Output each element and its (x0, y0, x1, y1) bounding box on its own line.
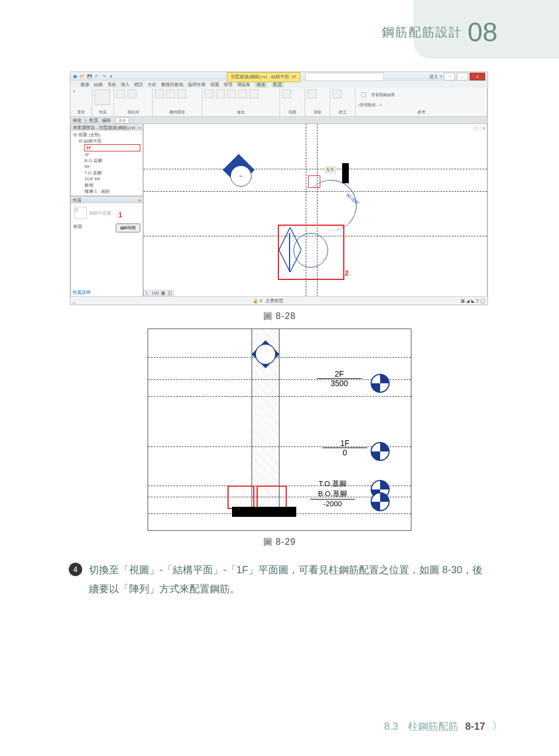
tree-item-toprf[interactable]: TOP RF (84, 176, 140, 182)
status-icons-left[interactable]: 🔒 0 (253, 298, 262, 303)
edit-type-button[interactable]: 編輯類型 (116, 224, 140, 232)
properties-help-link[interactable]: 性質說明 (73, 290, 91, 295)
cat-label: 範圍 (73, 224, 82, 232)
rotate-icon[interactable] (216, 89, 225, 98)
scale-display[interactable]: 1 : 100 (145, 291, 159, 296)
tree-item-to[interactable]: T.O.基腳 (84, 170, 140, 176)
tree-item-rf[interactable]: RF (84, 164, 140, 170)
minimize-button[interactable]: − (444, 73, 455, 80)
ribbon-group-create: 建立 (330, 88, 356, 116)
close-button[interactable]: × (470, 73, 485, 80)
continue-arrow-icon: 〉 (492, 719, 503, 734)
properties-icon[interactable] (94, 89, 110, 105)
view-nav-icons[interactable]: ▢ ⌂ ▾ (473, 126, 485, 131)
maximize-button[interactable]: ▫ (457, 73, 468, 80)
cope-icon[interactable] (155, 89, 164, 98)
tab-sys[interactable]: 系統 (107, 82, 116, 88)
help-icon[interactable]: ? (440, 74, 442, 79)
tab-collab[interactable]: 協同作業 (188, 82, 206, 88)
tab-place[interactable]: 配置 (272, 82, 284, 88)
ribbon-group-reference: 查看隱藏線圖 <新增數個…> 參考 (356, 88, 487, 116)
login-link[interactable]: 登入 (429, 74, 438, 80)
move-icon[interactable] (205, 89, 214, 98)
help-search-input[interactable] (305, 73, 384, 81)
svg-point-2 (255, 344, 276, 364)
detail-level-icon[interactable]: ▦ (161, 291, 165, 296)
drawing-canvas[interactable]: ▢ ⌂ ▾ − 配置 90.000° 2 (143, 123, 487, 297)
status-filter-icons[interactable]: ▦ ◢ ◣ ▽ ◯ (461, 298, 485, 303)
copy-icon[interactable] (127, 89, 136, 98)
tab-addins[interactable]: 增益集 (237, 82, 250, 88)
view-icon1[interactable] (282, 89, 291, 98)
panel-close-icon[interactable]: × (138, 198, 141, 203)
cut-icon[interactable] (166, 89, 175, 98)
pointer-icon[interactable]: ↖ (73, 89, 76, 94)
chapter-number: 08 (468, 17, 498, 47)
array-icon[interactable] (238, 89, 247, 98)
rebar-highlight-left (228, 486, 254, 509)
panel-close-icon[interactable]: × (138, 125, 141, 130)
ribbon-group-modify: 修改 (202, 88, 280, 116)
page-header: 鋼筋配筋設計 08 (382, 17, 498, 47)
figure-8-29-caption: 圖 8-29 (0, 536, 559, 548)
tab-mass[interactable]: 量體與敷地 (161, 82, 183, 88)
hidden-line-checkbox[interactable] (361, 92, 366, 97)
tree-item-1f[interactable]: 1F (84, 144, 140, 151)
step-4-text: 切換至「視圖」-「結構平面」-「1F」平面圖，可看見柱鋼筋配置之位置，如圖 8-… (89, 560, 492, 598)
tree-item-floor1[interactable]: 樓層 1 - 縮析 (84, 188, 140, 194)
join-icon[interactable] (177, 89, 186, 98)
tab-analyze[interactable]: 分析 (148, 82, 157, 88)
ribbon-group-view: 視圖 (280, 88, 305, 116)
project-browser-title: 專案瀏覽器 - 別墅建築(鋼筋).rvt× (71, 124, 143, 131)
tab-struct[interactable]: 結構 (94, 82, 103, 88)
offset-value[interactable]: 0.0 (115, 117, 129, 123)
tree-group[interactable]: ⊟ 結構平面 (73, 138, 140, 144)
tree-item-2f[interactable]: 2F (84, 151, 140, 158)
paste-icon[interactable] (116, 89, 125, 98)
tab-view[interactable]: 視圖 (210, 82, 219, 88)
tab-manage[interactable]: 管理 (224, 82, 233, 88)
tab-insert[interactable]: 插入 (121, 82, 130, 88)
section-label: 8.3 柱鋼筋配筋 (384, 720, 458, 733)
tab-arch[interactable]: 建築 (80, 82, 89, 88)
hidden-line-label: 查看隱藏線圖 (371, 92, 395, 98)
tree-item-site[interactable]: 敷地 (84, 182, 140, 188)
tab-modify[interactable]: 修改 (255, 82, 267, 88)
create-icon[interactable] (333, 89, 342, 98)
status-model-label[interactable]: 主要模型 (266, 298, 283, 304)
tooltip-label: 配置 (325, 167, 336, 173)
open-icon[interactable]: 📂 (79, 73, 86, 80)
trim-icon[interactable] (249, 89, 258, 98)
footing (232, 507, 296, 517)
type-selector-icon[interactable]: ◇ (74, 207, 87, 219)
figure-8-28-caption: 圖 8-28 (0, 311, 559, 322)
chapter-title: 鋼筋配筋設計 (382, 24, 462, 41)
app-menu-icon[interactable]: ▣ (72, 73, 78, 80)
ribbon-group-select: ↖ 選取 (70, 88, 92, 116)
step-4: 4 切換至「視圖」-「結構平面」-「1F」平面圖，可看見柱鋼筋配置之位置，如圖 … (69, 560, 492, 598)
view-control-bar[interactable]: 1 : 100 ▦ ◫ (144, 290, 174, 296)
project-browser: 專案瀏覽器 - 別墅建築(鋼筋).rvt× ⊟ 視圖 (全部) ⊟ 結構平面 1… (70, 123, 143, 196)
save-icon[interactable]: 💾 (86, 73, 93, 80)
undo-icon[interactable]: ↶ (93, 73, 100, 80)
optbar-modify: 修改 (73, 117, 82, 123)
type-selector-label[interactable]: 相關平面圖 (89, 210, 111, 216)
new-plane-combo[interactable]: <新增數個…> (358, 103, 382, 107)
redo-icon[interactable]: ↷ (101, 73, 107, 80)
tree-root[interactable]: ⊟ 視圖 (全部) (73, 132, 140, 138)
tree-item-bo[interactable]: B.O.基腳 (84, 158, 140, 164)
ribbon-group-clipboard: 剪貼簿 (114, 88, 153, 116)
optbar-place: 配置 (89, 117, 98, 123)
mirror-icon[interactable] (227, 89, 236, 98)
visual-style-icon[interactable]: ◫ (168, 291, 172, 296)
measure-icon[interactable] (307, 89, 316, 98)
callout-1: 1 (119, 211, 122, 219)
level-2f-label: 2F 3500 (317, 369, 362, 388)
svg-marker-0 (279, 227, 301, 272)
browser-tree[interactable]: ⊟ 視圖 (全部) ⊟ 結構平面 1F 2F B.O.基腳 RF T.O.基腳 … (71, 131, 143, 196)
rebar-direction-icon (279, 227, 301, 272)
tab-annot[interactable]: 標註 (134, 82, 143, 88)
callout-2: 2 (345, 269, 349, 277)
page-footer: 8.3 柱鋼筋配筋 8-17 〉 (384, 719, 503, 734)
qat-more-icon[interactable]: ▾ (108, 73, 115, 80)
